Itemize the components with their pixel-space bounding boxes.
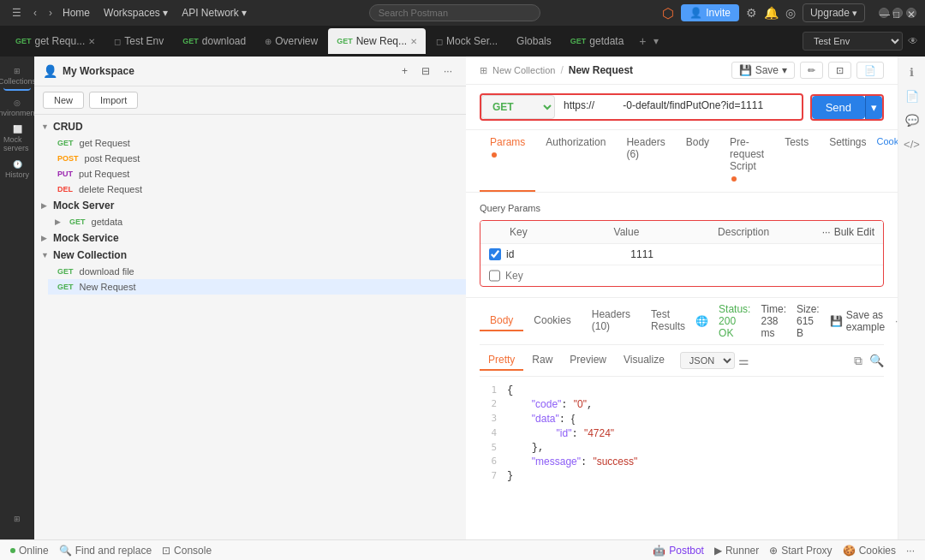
tab-close-icon[interactable]: ✕ [410, 37, 417, 46]
tab-params[interactable]: Params [480, 130, 535, 192]
upgrade-button[interactable]: Upgrade ▾ [803, 3, 865, 22]
invite-button[interactable]: 👤 Invite [681, 4, 739, 21]
tab-tests[interactable]: Tests [774, 130, 819, 192]
chevron-down-icon: ▼ [41, 122, 50, 131]
collapse-all-button[interactable]: ⊟ [416, 63, 435, 79]
runner-button[interactable]: ▶ Runner [714, 545, 759, 557]
hamburger-menu-button[interactable]: ☰ [9, 5, 25, 21]
env-selector[interactable]: Test Env No Environment [803, 32, 903, 51]
minimize-button[interactable]: — [879, 8, 889, 18]
method-select[interactable]: GET POST PUT DELETE PATCH [481, 95, 555, 119]
add-tab-button[interactable]: + [634, 34, 651, 48]
resp-tab-test-results[interactable]: Test Results [641, 305, 695, 337]
code-tab-pretty[interactable]: Pretty [480, 350, 523, 371]
url-input[interactable] [564, 99, 793, 111]
extra-icons[interactable]: ··· [906, 545, 915, 557]
find-replace-button[interactable]: 🔍 Find and replace [59, 545, 152, 557]
tab-close-icon[interactable]: ✕ [88, 37, 95, 46]
back-button[interactable]: ‹ [30, 5, 40, 21]
home-menu-item[interactable]: Home [63, 7, 90, 19]
more-options-button[interactable]: ··· [439, 63, 457, 79]
search-response-button[interactable]: 🔍 [869, 354, 884, 368]
tree-item-new-collection[interactable]: ▼ New Collection [34, 247, 466, 264]
tree-item-getdata[interactable]: ▶ GET getdata [48, 214, 466, 229]
tree-item-mock-server[interactable]: ▶ Mock Server [34, 197, 466, 214]
code-format-selector[interactable]: JSON HTML Text [680, 352, 735, 369]
postbot-button[interactable]: 🤖 Postbot [653, 545, 704, 557]
docs-icon[interactable]: 📄 [902, 86, 922, 106]
tree-item-put-request[interactable]: PUT put Request [48, 166, 466, 182]
tree-item-mock-service[interactable]: ▶ Mock Service [34, 229, 466, 247]
save-as-example-button[interactable]: 💾 Save as example [830, 309, 885, 333]
tab-globals[interactable]: Globals [508, 28, 560, 54]
code-icon[interactable]: </> [902, 134, 922, 154]
tab-headers[interactable]: Headers (6) [616, 130, 675, 192]
tab-get-requ[interactable]: GET get Requ... ✕ [7, 28, 104, 54]
maximize-button[interactable]: □ [892, 8, 903, 18]
import-button[interactable]: Import [89, 92, 138, 109]
collections-sidebar-btn[interactable]: ⊞ Collections [3, 63, 31, 91]
add-collection-button[interactable]: + [397, 63, 413, 79]
tab-get-download[interactable]: GET download [174, 28, 254, 54]
bulk-edit-button[interactable]: ··· Bulk Edit [822, 226, 874, 238]
console-button[interactable]: ⊡ Console [162, 545, 212, 557]
code-tab-visualize[interactable]: Visualize [615, 350, 673, 371]
notification-icon[interactable]: 🔔 [764, 6, 779, 20]
help-icon[interactable]: ◎ [785, 6, 796, 20]
cookies-status-button[interactable]: 🍪 Cookies [843, 545, 896, 557]
code-tab-raw[interactable]: Raw [523, 350, 561, 371]
tree-item-new-request[interactable]: GET New Request [48, 279, 466, 295]
environments-sidebar-btn[interactable]: ◎ Environments [3, 94, 31, 122]
api-network-menu-item[interactable]: API Network ▾ [182, 7, 247, 19]
mock-servers-sidebar-btn[interactable]: ⬜ Mock servers [3, 125, 31, 152]
tab-test-env[interactable]: ◻ Test Env [105, 28, 172, 54]
resp-tab-body[interactable]: Body [480, 311, 523, 331]
tree-item-delete-request[interactable]: DEL delete Request [48, 182, 466, 197]
env-settings-icon[interactable]: 👁 [908, 35, 918, 47]
more-sidebar-btn[interactable]: ⊞ [3, 505, 31, 533]
history-sidebar-btn[interactable]: 🕐 History [3, 156, 31, 183]
copy-response-button[interactable]: ⧉ [854, 354, 862, 368]
delete-button[interactable]: ⊡ [828, 62, 851, 79]
tab-authorization[interactable]: Authorization [535, 130, 616, 192]
workspaces-menu-item[interactable]: Workspaces ▾ [104, 7, 168, 19]
info-icon[interactable]: ℹ [902, 62, 922, 82]
search-input[interactable] [369, 4, 540, 21]
send-dropdown-button[interactable]: ▾ [865, 96, 882, 119]
code-tab-preview[interactable]: Preview [561, 350, 615, 371]
code-line-6: 6 "message": "success" [480, 455, 884, 469]
tab-get-getdata[interactable]: GET getdata [562, 28, 633, 54]
tree-item-post-request[interactable]: POST post Request [48, 151, 466, 166]
tab-overflow-button[interactable]: ▾ [653, 35, 659, 47]
tab-settings[interactable]: Settings [819, 130, 876, 192]
start-proxy-button[interactable]: ⊕ Start Proxy [769, 545, 832, 557]
comments-icon[interactable]: 💬 [902, 110, 922, 130]
tab-mock-ser[interactable]: ◻ Mock Ser... [427, 28, 506, 54]
tree-item-get-request[interactable]: GET get Request [48, 135, 466, 151]
send-button[interactable]: Send [812, 96, 865, 119]
resp-tab-headers[interactable]: Headers (10) [582, 305, 641, 337]
tree-item-crud[interactable]: ▼ CRUD [34, 118, 466, 135]
new-param-key-input[interactable] [505, 270, 864, 282]
tab-pre-request-script[interactable]: Pre-request Script [719, 130, 774, 192]
close-button[interactable]: ✕ [906, 8, 916, 18]
forward-button[interactable]: › [45, 5, 56, 21]
online-status[interactable]: Online [10, 545, 49, 557]
save-button[interactable]: 💾 Save ▾ [731, 62, 795, 79]
row-checkbox-empty[interactable] [489, 270, 500, 282]
new-button[interactable]: New [43, 92, 84, 109]
tab-get-new-req[interactable]: GET New Req... ✕ [328, 28, 426, 54]
edit-button[interactable]: ✏ [800, 62, 823, 79]
cookies-link[interactable]: Cookies [877, 130, 898, 192]
tab-overview[interactable]: ⊕ Overview [256, 28, 326, 54]
breadcrumb-collection[interactable]: New Collection [492, 65, 555, 75]
crud-children: GET get Request POST post Request PUT pu… [34, 135, 466, 197]
docs-button[interactable]: 📄 [856, 62, 884, 79]
row-checkbox[interactable] [489, 248, 501, 260]
tab-body[interactable]: Body [676, 130, 719, 192]
settings-icon[interactable]: ⚙ [746, 6, 757, 20]
bulk-edit-icon: ··· [822, 226, 831, 238]
tree-item-download-file[interactable]: GET download file [48, 264, 466, 279]
resp-tab-cookies[interactable]: Cookies [523, 311, 581, 331]
format-options-icon[interactable]: ⚌ [738, 354, 749, 367]
